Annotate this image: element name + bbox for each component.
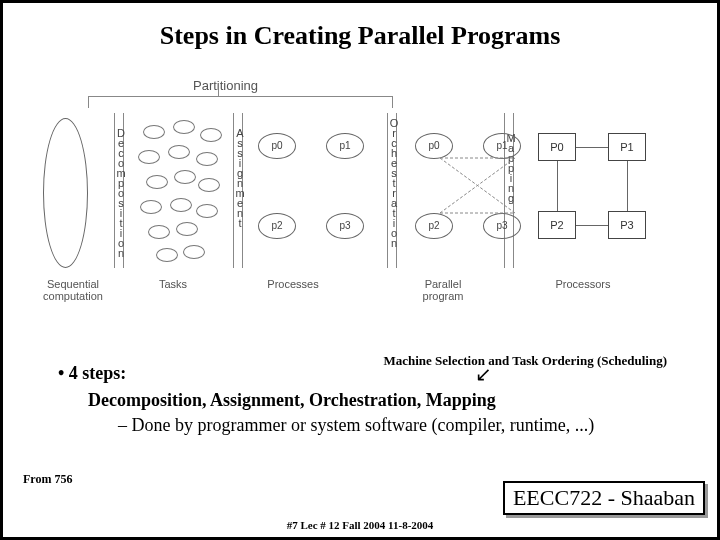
from-source: From 756 xyxy=(23,472,72,487)
processor-P3: P3 xyxy=(608,211,646,239)
stage-label-orchestration: Orchestration xyxy=(389,118,399,248)
steps-diagram: Partitioning Decomposition Assignment Or… xyxy=(63,78,663,328)
label-processes: Processes xyxy=(253,278,333,290)
bullet-line-done-by: – Done by programmer or system software … xyxy=(118,415,677,436)
parprog-p0: p0 xyxy=(415,133,453,159)
process-p3: p3 xyxy=(326,213,364,239)
slide-footer: #7 Lec # 12 Fall 2004 11-8-2004 xyxy=(3,519,717,531)
partition-brace-mid xyxy=(218,90,219,96)
partition-brace xyxy=(88,96,393,108)
parallel-program-grid: p0 p1 p2 p3 xyxy=(415,133,535,253)
label-sequential: Sequential computation xyxy=(33,278,113,302)
bullet-list: • 4 steps: Decomposition, Assignment, Or… xyxy=(58,363,677,436)
parprog-p3: p3 xyxy=(483,213,521,239)
parprog-p2: p2 xyxy=(415,213,453,239)
process-p1: p1 xyxy=(326,133,364,159)
process-p2: p2 xyxy=(258,213,296,239)
course-badge: EECC722 - Shaaban xyxy=(503,481,705,515)
process-p0: p0 xyxy=(258,133,296,159)
bullet-heading: • 4 steps: xyxy=(58,363,677,384)
tasks-cloud xyxy=(138,120,223,270)
bullet-line-steps: Decomposition, Assignment, Orchestration… xyxy=(88,390,677,411)
label-parallel-program: Parallel program xyxy=(408,278,478,302)
processes-grid: p0 p1 p2 p3 xyxy=(258,133,378,253)
stage-label-decomposition: Decomposition xyxy=(116,128,126,258)
sequential-oval xyxy=(43,118,88,268)
slide-title: Steps in Creating Parallel Programs xyxy=(3,21,717,51)
label-tasks: Tasks xyxy=(148,278,198,290)
partitioning-label: Partitioning xyxy=(193,78,258,93)
processor-P1: P1 xyxy=(608,133,646,161)
processor-P0: P0 xyxy=(538,133,576,161)
label-processors: Processors xyxy=(543,278,623,290)
parprog-p1: p1 xyxy=(483,133,521,159)
processors-grid: P0 P1 P2 P3 xyxy=(538,133,653,243)
processor-P2: P2 xyxy=(538,211,576,239)
stage-label-assignment: Assignment xyxy=(235,128,245,228)
